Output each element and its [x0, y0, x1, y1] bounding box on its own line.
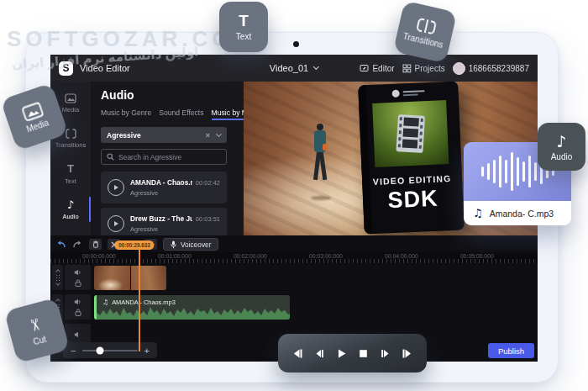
T-icon: T: [67, 163, 74, 175]
trash-icon: [92, 240, 99, 248]
stop-button[interactable]: [356, 346, 370, 361]
scissors-icon: ✂: [24, 316, 45, 334]
sidebar-item-label: Transitions: [55, 141, 86, 149]
audio-waveform: [97, 304, 290, 320]
step-forward-icon: [379, 347, 391, 360]
filmstrip-icon: [394, 114, 427, 154]
ruler-label: 00:03:00.000: [309, 253, 343, 259]
zoom-out-button[interactable]: −: [71, 346, 76, 355]
account-chip[interactable]: 1686658239887: [453, 62, 529, 75]
sdk-title-line1: VIDEO EDITING: [373, 173, 452, 187]
music-note-icon: ♪: [67, 199, 74, 210]
audio-clip[interactable]: ♫ AMANDA - Chaos.mp3: [94, 295, 290, 320]
skip-start-button[interactable]: [291, 346, 305, 361]
tab-sound-effects[interactable]: Sound Effects: [159, 108, 203, 120]
card-label: Text: [236, 32, 251, 41]
ruler-label: 00:00:00.000: [82, 253, 116, 259]
undo-button[interactable]: [55, 240, 66, 249]
skip-end-icon: [401, 347, 413, 360]
chevron-down-icon: [216, 131, 222, 137]
audio-track: ♫ AMANDA - Chaos.mp3: [50, 294, 538, 320]
sdk-title-line2: SDK: [387, 186, 438, 214]
track-mood: Agressive: [130, 189, 220, 197]
lock-icon[interactable]: [75, 309, 81, 316]
play-icon: [335, 347, 348, 360]
skip-start-icon: [291, 347, 304, 360]
video-clip[interactable]: [94, 266, 166, 290]
app-logo-icon: S: [59, 61, 73, 76]
step-back-button[interactable]: [312, 346, 327, 361]
playback-controls: [278, 334, 427, 373]
lock-icon[interactable]: [75, 279, 81, 287]
brackets-icon: [66, 129, 76, 139]
tab-music-by-genre[interactable]: Music by Genre: [101, 108, 151, 120]
sidebar-item-audio[interactable]: ♪ Audio: [50, 192, 91, 227]
track-duration: 00:02:42: [196, 179, 220, 187]
avatar: [453, 62, 465, 75]
track-reorder-handle[interactable]: [52, 265, 63, 290]
playhead[interactable]: [139, 249, 140, 351]
text-feature-card: T Text: [219, 2, 268, 52]
tablet-camera-dot: [293, 41, 299, 47]
top-bar: S Video Editor Video_01 Editor Projects …: [50, 55, 538, 82]
project-name-dropdown[interactable]: Video_01: [270, 63, 318, 73]
track-duration: 00:03:51: [196, 215, 220, 223]
projects-label: Projects: [415, 64, 445, 73]
zoom-slider-knob[interactable]: [97, 346, 104, 354]
zoom-in-button[interactable]: +: [144, 346, 150, 355]
mood-filter-dropdown[interactable]: Agressive ×: [101, 127, 227, 143]
track-controls[interactable]: [65, 294, 91, 320]
mood-filter-value: Agressive: [107, 131, 141, 140]
music-note-icon: ♪: [556, 133, 566, 150]
play-button[interactable]: [334, 346, 349, 361]
search-box[interactable]: [101, 149, 227, 165]
music-note-icon: ♫: [473, 207, 483, 219]
card-label: Audio: [551, 152, 573, 161]
editor-icon: [360, 64, 369, 73]
skip-end-button[interactable]: [400, 346, 414, 361]
stop-icon: [357, 347, 370, 360]
redo-button[interactable]: [72, 240, 83, 249]
T-icon: T: [239, 13, 249, 29]
projects-grid-icon: [402, 64, 412, 73]
mute-icon[interactable]: [74, 331, 81, 338]
account-id: 1686658239887: [469, 64, 529, 73]
publish-button[interactable]: Publish: [488, 343, 534, 358]
search-input[interactable]: [118, 153, 221, 161]
sidebar-item-text[interactable]: T Text: [50, 156, 91, 192]
play-icon[interactable]: [108, 215, 124, 232]
play-icon[interactable]: [108, 179, 124, 196]
search-icon: [107, 153, 114, 161]
ruler-label: 00:01:00.000: [158, 253, 192, 259]
list-item[interactable]: Drew Buzz - The Jungle.mp300:03:51 Agres…: [101, 208, 227, 235]
step-back-icon: [313, 347, 326, 360]
voiceover-button[interactable]: Voiceover: [163, 238, 218, 251]
project-name: Video_01: [270, 63, 308, 73]
sdk-box: VIDEO EDITING SDK: [358, 82, 465, 235]
editor-tab[interactable]: Editor: [360, 64, 394, 73]
audio-filename: Amanda- C.mp3: [490, 209, 554, 219]
projects-tab[interactable]: Projects: [402, 64, 445, 73]
card-label: Transitions: [402, 31, 444, 50]
video-thumbnail: [94, 266, 130, 290]
voiceover-label: Voiceover: [181, 240, 211, 249]
mute-icon[interactable]: [74, 299, 81, 305]
chevron-down-icon: [313, 64, 319, 70]
delete-button[interactable]: [89, 239, 102, 250]
video-track: [50, 265, 538, 291]
zoom-slider[interactable]: [82, 350, 137, 351]
timeline-ruler[interactable]: 00:00:00.000 00:01:00.000 00:02:00.000 0…: [50, 252, 538, 263]
playhead-time-badge[interactable]: 00:00:29.633: [114, 240, 154, 250]
step-forward-button[interactable]: [378, 346, 392, 361]
clear-filter-icon[interactable]: ×: [206, 131, 210, 140]
ruler-label: 00:05:00.000: [460, 253, 494, 259]
track-controls[interactable]: [65, 265, 91, 290]
timeline-zoom-control: − +: [63, 342, 157, 358]
tab-music-by-mood[interactable]: Music by Mood: [212, 108, 244, 120]
video-thumbnail: [130, 266, 166, 290]
sidebar-item-label: Text: [65, 177, 76, 185]
sidebar-item-label: Audio: [62, 213, 78, 220]
mute-icon[interactable]: [74, 269, 81, 276]
list-item[interactable]: AMANDA - Chaos.mp300:02:42 Agressive: [101, 172, 227, 203]
sdk-brand-logo: [391, 88, 424, 98]
